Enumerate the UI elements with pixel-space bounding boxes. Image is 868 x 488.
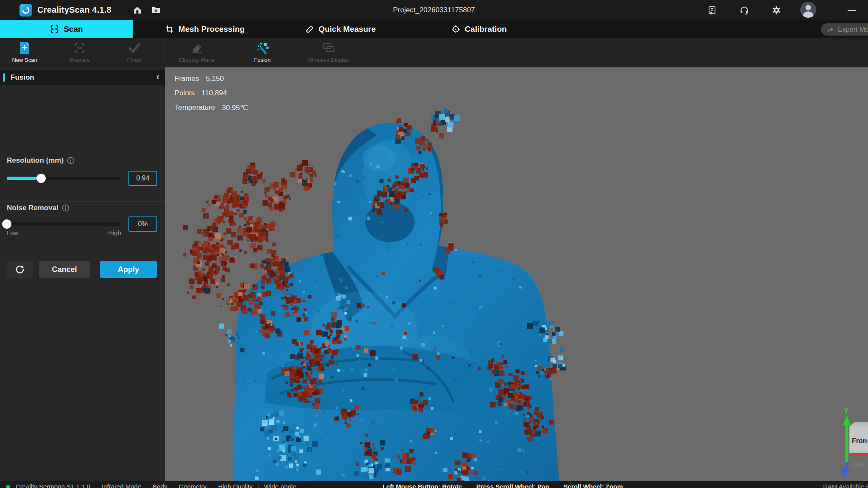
- user-avatar[interactable]: [800, 2, 816, 18]
- info-icon[interactable]: [62, 204, 70, 212]
- resolution-label-text: Resolution (mm): [7, 156, 64, 165]
- gizmo-front-label: Fron: [852, 437, 867, 444]
- tab-calibration[interactable]: Calibration: [451, 20, 506, 38]
- toolbar-divider: [230, 42, 230, 63]
- status-divider: [173, 484, 173, 488]
- toolbar-divider: [164, 42, 164, 63]
- tab-label: Mesh Processing: [178, 25, 245, 34]
- fusion-button[interactable]: Fusion: [245, 41, 279, 63]
- crealityscan-window: CrealityScan 4.1.8 Project_2026033117580…: [0, 0, 868, 488]
- finish-check-icon: [128, 41, 141, 55]
- export-label: Export Mod: [838, 26, 868, 33]
- noise-label-text: Noise Removal: [7, 204, 58, 212]
- tool-label: Preview: [70, 57, 89, 63]
- tab-scan[interactable]: Scan: [0, 20, 133, 38]
- stat-frames: Frames 5,150: [175, 75, 248, 83]
- support-headset-icon[interactable]: [739, 5, 749, 15]
- high-label: High: [108, 229, 121, 236]
- tab-label: Scan: [64, 25, 83, 34]
- finish-button: Finish: [117, 41, 151, 63]
- status-divider: [147, 484, 147, 488]
- project-title: Project_20260331175807: [393, 6, 475, 14]
- stat-label: Frames: [175, 75, 199, 83]
- section-divider: [0, 201, 165, 202]
- clipping-plane-button: Clipping Plane: [173, 41, 220, 63]
- stat-label: Temperature: [175, 103, 215, 112]
- device-connected-dot: [6, 485, 10, 488]
- panel-title: Fusion: [11, 73, 34, 82]
- tab-quick-measure[interactable]: Quick Measure: [305, 20, 376, 38]
- export-model-button[interactable]: Export Mod: [821, 23, 868, 36]
- reset-icon: [14, 264, 25, 275]
- tool-label: Wireless Display: [308, 57, 349, 63]
- release-notes-icon[interactable]: [707, 5, 717, 15]
- fusion-wand-icon: [256, 41, 269, 55]
- stat-value: 5,150: [206, 75, 224, 83]
- crop-icon: [165, 25, 174, 34]
- status-bar: Creality Sermoon S1 1.1.0 Infrared Mode …: [0, 481, 868, 488]
- 3d-viewport[interactable]: Frames 5,150 Points 110,894 Temperature …: [165, 67, 868, 481]
- preview-icon: [74, 41, 86, 55]
- hint: Left Mouse Button: Rotate: [382, 482, 462, 488]
- tool-label: Fusion: [254, 57, 270, 63]
- status-item: Geometry: [179, 482, 207, 488]
- section-divider: [0, 249, 165, 249]
- minimize-button[interactable]: —: [846, 3, 858, 16]
- status-divider: [258, 484, 259, 488]
- scan-toolbar: New Scan Preview Finish Clipping Plane: [0, 38, 868, 67]
- title-bar: CrealityScan 4.1.8 Project_2026033117580…: [0, 0, 868, 20]
- device-name: Creality Sermoon S1 1.1.0: [16, 482, 90, 488]
- panel-accent-bar: [3, 73, 5, 82]
- new-scan-button[interactable]: New Scan: [8, 41, 42, 63]
- stat-points: Points 110,894: [175, 89, 248, 97]
- gizmo-y-arrow: [843, 416, 851, 425]
- status-divider: [96, 484, 96, 488]
- ruler-icon: [305, 25, 314, 34]
- collapse-panel-chevron-icon[interactable]: ‹: [156, 72, 159, 83]
- apply-button[interactable]: Apply: [100, 261, 157, 278]
- new-scan-icon: [19, 41, 30, 55]
- tool-label: Finish: [127, 57, 142, 63]
- wireless-display-icon: [322, 41, 335, 55]
- calibration-target-icon: [451, 25, 460, 34]
- home-icon[interactable]: [132, 5, 142, 15]
- noise-removal-value[interactable]: 0%: [128, 216, 157, 232]
- reset-button[interactable]: [7, 261, 33, 278]
- status-item: Wide-angle: [264, 482, 296, 488]
- slider-fill: [7, 177, 41, 180]
- slider-thumb[interactable]: [36, 174, 46, 183]
- slider-range-labels: Low High: [7, 229, 121, 236]
- status-left: Creality Sermoon S1 1.1.0 Infrared Mode …: [6, 482, 296, 488]
- noise-removal-slider[interactable]: [7, 222, 121, 226]
- tool-label: New Scan: [12, 57, 37, 63]
- titlebar-divider: [146, 6, 146, 14]
- panel-header: Fusion ‹: [0, 70, 165, 85]
- status-item: Body: [153, 482, 167, 488]
- info-icon[interactable]: [67, 157, 75, 164]
- open-project-icon[interactable]: [151, 5, 161, 15]
- tab-label: Quick Measure: [318, 25, 376, 34]
- settings-gear-icon[interactable]: [771, 5, 782, 15]
- cancel-button[interactable]: Cancel: [39, 261, 90, 278]
- slider-thumb[interactable]: [2, 219, 11, 229]
- stat-value: 30.95℃: [222, 103, 248, 112]
- gizmo-red-edge: [849, 453, 868, 456]
- main-tab-bar: Scan Mesh Processing Quick Measure Calib…: [0, 20, 868, 38]
- export-icon: [827, 26, 835, 33]
- resolution-label: Resolution (mm): [7, 156, 75, 165]
- gizmo-y-label: Y: [844, 407, 849, 415]
- tab-mesh-processing[interactable]: Mesh Processing: [165, 20, 245, 38]
- orientation-gizmo[interactable]: Y Fron Back: [835, 406, 868, 481]
- stat-temperature: Temperature 30.95℃: [175, 103, 248, 112]
- toolbar-divider: [296, 42, 296, 63]
- scan-model[interactable]: [165, 67, 868, 481]
- mouse-hints: Left Mouse Button: Rotate Press Scroll W…: [382, 482, 623, 488]
- status-item: High Quality: [218, 482, 253, 488]
- tool-label: Clipping Plane: [179, 57, 214, 63]
- fusion-panel: Fusion ‹ Resolution (mm) 0.94 Noise Remo…: [0, 67, 165, 488]
- app-logo-icon: [19, 4, 32, 17]
- resolution-slider[interactable]: [7, 177, 121, 180]
- resolution-value[interactable]: 0.94: [128, 171, 157, 186]
- preview-button: Preview: [63, 41, 97, 63]
- scan-frame-icon: [50, 24, 59, 34]
